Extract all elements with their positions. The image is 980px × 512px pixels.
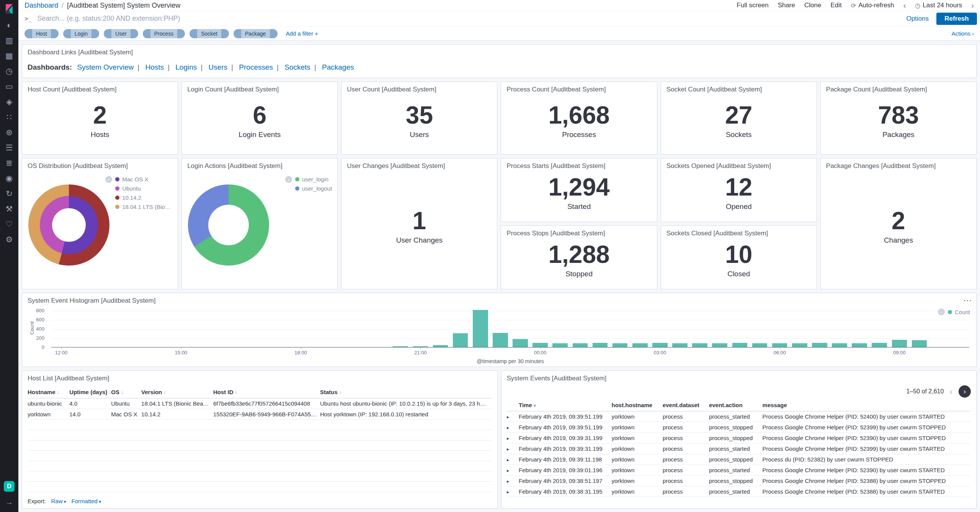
histogram-bar[interactable] xyxy=(912,340,927,347)
histogram-bar[interactable] xyxy=(812,343,827,347)
expand-row-icon[interactable]: ▸ xyxy=(507,457,510,463)
filter-pill-host[interactable]: Host xyxy=(24,29,59,38)
legend-collapse-icon[interactable]: ‹ xyxy=(938,308,945,315)
next-page-button[interactable]: › xyxy=(959,385,971,398)
column-header-uptime[interactable]: Uptime (days)↕ xyxy=(69,386,111,398)
histogram-bar[interactable] xyxy=(513,339,528,347)
filter-pill-package[interactable]: Package xyxy=(234,29,277,38)
sidebar-item-canvas[interactable]: ▭ xyxy=(0,79,18,94)
expand-nav-icon[interactable]: → xyxy=(5,498,13,507)
edit-button[interactable]: Edit xyxy=(830,2,841,9)
legend-collapse-icon[interactable]: ‹ xyxy=(285,176,292,183)
link-system-overview[interactable]: System Overview xyxy=(77,63,134,71)
clone-button[interactable]: Clone xyxy=(804,2,821,9)
time-range-button[interactable]: ◷Last 24 hours xyxy=(915,2,962,9)
histogram-bar[interactable] xyxy=(632,343,648,347)
sidebar-item-maps[interactable]: ◈ xyxy=(0,94,18,109)
sidebar-item-visualize[interactable]: ▥ xyxy=(0,33,18,48)
time-forward-button[interactable]: › xyxy=(971,1,974,10)
legend-item[interactable]: Count xyxy=(948,309,970,315)
column-header-host-hostname[interactable]: host.hostname xyxy=(612,399,663,411)
histogram-bar[interactable] xyxy=(712,343,727,347)
legend-item[interactable]: Ubuntu xyxy=(115,185,173,192)
column-header-time[interactable]: Time▾ xyxy=(519,399,612,411)
legend-item[interactable]: Mac OS X xyxy=(115,176,173,183)
login-actions-donut-chart[interactable] xyxy=(188,184,269,266)
add-filter-button[interactable]: Add a filter + xyxy=(286,30,318,37)
expand-row-icon[interactable]: ▸ xyxy=(507,435,510,441)
legend-collapse-icon[interactable]: ‹ xyxy=(105,176,112,183)
histogram-bar[interactable] xyxy=(852,343,867,347)
histogram-bar[interactable] xyxy=(752,343,768,347)
link-logins[interactable]: Logins xyxy=(175,63,197,71)
filter-pill-process[interactable]: Process xyxy=(143,29,185,38)
column-header-event-dataset[interactable]: event.dataset xyxy=(663,399,709,411)
sidebar-item-management[interactable]: ⚙ xyxy=(0,232,18,247)
legend-item[interactable]: 10.14.2 xyxy=(115,194,173,201)
histogram-bar[interactable] xyxy=(872,343,887,347)
expand-row-icon[interactable]: ▸ xyxy=(507,425,510,430)
filter-pill-user[interactable]: User xyxy=(104,29,138,38)
histogram-bar[interactable] xyxy=(593,343,608,347)
time-back-button[interactable]: ‹ xyxy=(903,1,906,10)
link-packages[interactable]: Packages xyxy=(322,63,354,71)
sidebar-item-monitoring[interactable]: ♡ xyxy=(0,217,18,232)
column-header-host-id[interactable]: Host ID↕ xyxy=(213,386,320,398)
histogram-bar[interactable] xyxy=(493,333,508,347)
link-hosts[interactable]: Hosts xyxy=(145,63,164,71)
histogram-bar[interactable] xyxy=(652,343,668,347)
legend-item[interactable]: 18.04.1 LTS (Bionic B... xyxy=(115,204,173,210)
column-header-event-action[interactable]: event.action xyxy=(709,399,762,411)
filter-pill-socket[interactable]: Socket xyxy=(189,29,229,38)
expand-row-icon[interactable]: ▸ xyxy=(507,489,510,495)
filter-actions-button[interactable]: Actions› xyxy=(952,30,974,37)
histogram-bar[interactable] xyxy=(672,343,688,347)
sidebar-item-dashboard[interactable]: ▦ xyxy=(0,48,18,64)
expand-row-icon[interactable]: ▸ xyxy=(507,478,510,484)
legend-item[interactable]: user_logout xyxy=(295,185,332,192)
histogram-bar[interactable] xyxy=(532,343,548,347)
expand-row-icon[interactable]: ▸ xyxy=(507,446,510,452)
full-screen-button[interactable]: Full screen xyxy=(737,2,768,9)
search-input[interactable] xyxy=(37,15,898,23)
histogram-bar[interactable] xyxy=(772,343,787,347)
previous-page-button[interactable]: ‹ xyxy=(950,387,952,396)
space-badge[interactable]: D xyxy=(4,481,15,492)
column-header-hostname[interactable]: Hostname↕ xyxy=(28,386,69,398)
expand-row-icon[interactable]: ▸ xyxy=(507,414,510,420)
histogram-bar[interactable] xyxy=(732,343,748,347)
sidebar-item-graph[interactable]: ⊛ xyxy=(0,125,18,140)
panel-menu-icon[interactable]: ⋯ xyxy=(963,295,972,305)
link-processes[interactable]: Processes xyxy=(239,63,273,71)
export-raw-link[interactable]: Raw▾ xyxy=(51,498,66,504)
link-sockets[interactable]: Sockets xyxy=(284,63,310,71)
histogram-bar[interactable] xyxy=(892,340,907,347)
kibana-logo[interactable] xyxy=(0,0,18,18)
histogram-bar[interactable] xyxy=(473,310,488,347)
sidebar-item-discover[interactable]: ◐ xyxy=(0,18,18,33)
share-button[interactable]: Share xyxy=(778,2,795,9)
column-header-message[interactable]: message xyxy=(763,399,971,411)
column-header-version[interactable]: Version↕ xyxy=(141,386,213,398)
sidebar-item-logs[interactable]: ≣ xyxy=(0,155,18,171)
histogram-bar[interactable] xyxy=(573,343,588,347)
sidebar-item-infrastructure[interactable]: ☰ xyxy=(0,140,18,155)
sidebar-item-timelion[interactable]: ◷ xyxy=(0,64,18,79)
export-formatted-link[interactable]: Formatted▾ xyxy=(72,498,101,504)
expand-row-icon[interactable]: ▸ xyxy=(507,468,510,473)
filter-pill-login[interactable]: Login xyxy=(63,29,99,38)
breadcrumb-dashboard-link[interactable]: Dashboard xyxy=(24,2,58,10)
options-button[interactable]: Options xyxy=(906,15,929,23)
histogram-bar[interactable] xyxy=(832,343,847,347)
histogram-bar[interactable] xyxy=(612,343,628,347)
column-header-os[interactable]: OS↕ xyxy=(111,386,141,398)
os-distribution-donut-chart[interactable] xyxy=(28,184,109,266)
histogram-bar[interactable] xyxy=(453,333,468,347)
histogram-bar[interactable] xyxy=(552,343,568,347)
sidebar-item-dev-tools[interactable]: ⚒ xyxy=(0,201,18,217)
column-header-status[interactable]: Status↕ xyxy=(320,386,492,398)
sidebar-item-uptime[interactable]: ↻ xyxy=(0,186,18,201)
legend-item[interactable]: user_login xyxy=(295,176,332,183)
histogram-plot[interactable]: 0200400600800 12:0015:0018:0021:0000:000… xyxy=(51,311,969,347)
refresh-button[interactable]: Refresh xyxy=(936,13,977,25)
